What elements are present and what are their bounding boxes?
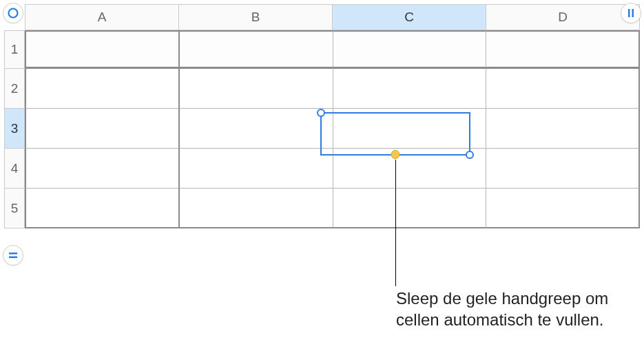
row-5: 5: [4, 189, 640, 228]
row-label: 2: [11, 81, 19, 96]
row-header-1[interactable]: 1: [4, 30, 25, 69]
row-2: 2: [4, 69, 640, 109]
cell-a3[interactable]: [25, 109, 180, 149]
cell-d5[interactable]: [486, 189, 640, 228]
cell-b1[interactable]: [180, 30, 333, 69]
column-label: C: [404, 10, 414, 25]
callout-label: Sleep de gele handgreep om cellen automa…: [396, 289, 608, 329]
row-1: 1: [4, 30, 640, 69]
cell-b2[interactable]: [180, 69, 333, 109]
cell-a4[interactable]: [25, 149, 180, 189]
circle-icon: [7, 7, 19, 19]
cell-d2[interactable]: [486, 69, 640, 109]
cell-b5[interactable]: [180, 189, 333, 228]
cell-b3[interactable]: [180, 109, 333, 149]
cell-d4[interactable]: [486, 149, 640, 189]
cell-a5[interactable]: [25, 189, 180, 228]
column-header-a[interactable]: A: [25, 4, 179, 30]
svg-rect-3: [9, 253, 17, 255]
svg-rect-4: [9, 257, 17, 259]
bars-vertical-icon: [625, 8, 636, 19]
cell-c2[interactable]: [333, 69, 486, 109]
row-header-4[interactable]: 4: [4, 149, 25, 189]
cell-c1[interactable]: [333, 30, 486, 69]
row-label: 3: [11, 121, 19, 136]
column-headers: A B C D: [25, 4, 640, 30]
row-header-2[interactable]: 2: [4, 69, 25, 109]
autofill-handle[interactable]: [391, 150, 400, 159]
row-header-5[interactable]: 5: [4, 189, 25, 228]
column-label: B: [251, 10, 260, 25]
row-label: 4: [11, 161, 19, 176]
row-label: 5: [11, 201, 19, 216]
column-label: A: [98, 10, 107, 25]
cell-d3[interactable]: [486, 109, 640, 149]
column-label: D: [558, 10, 568, 25]
column-header-c[interactable]: C: [333, 4, 486, 30]
bars-horizontal-icon: [8, 250, 19, 261]
svg-point-0: [9, 9, 18, 18]
spreadsheet: A B C D 1 2 3 4 5: [4, 4, 640, 228]
svg-rect-1: [628, 9, 630, 17]
cell-c3[interactable]: [333, 109, 486, 149]
row-4: 4: [4, 149, 640, 189]
cell-c5[interactable]: [333, 189, 486, 228]
row-label: 1: [11, 42, 19, 57]
add-row-button[interactable]: [3, 245, 23, 266]
cell-a1[interactable]: [25, 30, 180, 69]
callout-leader-line: [395, 160, 396, 286]
column-header-b[interactable]: B: [179, 4, 333, 30]
row-header-3[interactable]: 3: [4, 109, 25, 149]
add-column-button[interactable]: [621, 3, 641, 23]
cell-c4[interactable]: [333, 149, 486, 189]
column-header-d[interactable]: D: [486, 4, 640, 30]
callout-text: Sleep de gele handgreep om cellen automa…: [396, 288, 644, 330]
cell-a2[interactable]: [25, 69, 180, 109]
cell-d1[interactable]: [486, 30, 640, 69]
cell-b4[interactable]: [180, 149, 333, 189]
row-3: 3: [4, 109, 640, 149]
select-all-button[interactable]: [3, 3, 23, 23]
svg-rect-2: [632, 9, 634, 17]
